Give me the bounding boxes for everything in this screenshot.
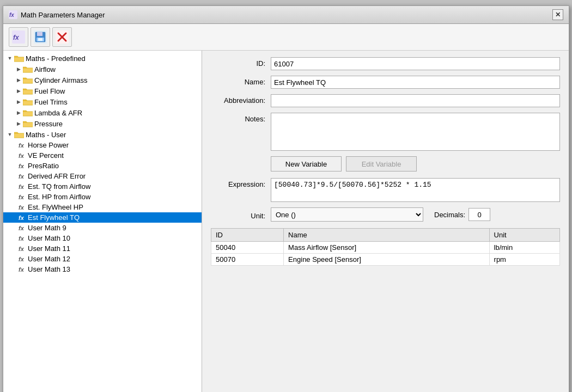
tree-item-cylinder-airmass[interactable]: ▶ Cylinder Airmass bbox=[3, 75, 202, 85]
save-icon bbox=[34, 30, 47, 44]
col-header-id: ID bbox=[211, 229, 284, 242]
table-row[interactable]: 50070Engine Speed [Sensor]rpm bbox=[211, 254, 560, 266]
tree-item-derived-afr[interactable]: fx Derived AFR Error bbox=[3, 171, 202, 181]
user-root-label: Maths - User bbox=[26, 131, 66, 139]
fx-user-math-13-icon: fx bbox=[16, 266, 26, 273]
ve-percent-label: VE Percent bbox=[28, 151, 64, 160]
table-header-row: ID Name Unit bbox=[211, 229, 560, 242]
airflow-label: Airflow bbox=[34, 65, 56, 74]
folder-airflow-icon bbox=[23, 65, 33, 73]
decimals-input[interactable] bbox=[468, 208, 490, 221]
folder-pressure-icon bbox=[23, 120, 33, 127]
decimals-label: Decimals: bbox=[434, 211, 465, 219]
cell-name: Engine Speed [Sensor] bbox=[284, 254, 489, 266]
fx-user-math-12-icon: fx bbox=[16, 255, 26, 263]
user-math-12-label: User Math 12 bbox=[28, 255, 70, 263]
tree-item-ve-percent[interactable]: fx VE Percent bbox=[3, 150, 202, 161]
folder-lambda-icon bbox=[23, 109, 33, 117]
tree-item-fuel-flow[interactable]: ▶ Fuel Flow bbox=[3, 85, 202, 96]
folder-predefined-icon bbox=[14, 54, 24, 62]
fx-user-math-10-icon: fx bbox=[16, 235, 26, 242]
tree-item-user-root[interactable]: ▼ Maths - User bbox=[3, 129, 202, 140]
user-math-9-label: User Math 9 bbox=[28, 224, 66, 232]
save-button[interactable] bbox=[31, 27, 50, 47]
fx-est-flywheel-hp-icon: fx bbox=[16, 204, 26, 211]
tree-panel: ▼ Maths - Predefined ▶ Airflow ▶ bbox=[3, 51, 202, 392]
est-flywheel-hp-label: Est. FlyWheel HP bbox=[28, 203, 83, 211]
expression-row: Expression: [50040.73]*9.5/[50070.56]*52… bbox=[211, 178, 560, 202]
tree-item-predefined-root[interactable]: ▼ Maths - Predefined bbox=[3, 53, 202, 64]
pressure-label: Pressure bbox=[34, 120, 63, 128]
id-row: ID: bbox=[211, 57, 560, 70]
folder-fueltrims-icon bbox=[23, 98, 33, 106]
new-math-button[interactable]: fx bbox=[9, 27, 28, 47]
fx-pres-ratio-icon: fx bbox=[16, 162, 26, 170]
tree-item-est-flywheel-hp[interactable]: fx Est. FlyWheel HP bbox=[3, 202, 202, 212]
edit-variable-button[interactable]: Edit Variable bbox=[346, 156, 417, 171]
notes-textarea[interactable] bbox=[271, 113, 560, 151]
tree-item-est-tq-airflow[interactable]: fx Est. TQ from Airflow bbox=[3, 181, 202, 192]
tree-item-lambda-afr[interactable]: ▶ Lambda & AFR bbox=[3, 107, 202, 118]
expand-airflow-icon: ▶ bbox=[14, 65, 23, 74]
folder-fuelflow-icon bbox=[23, 87, 33, 95]
svg-text:fx: fx bbox=[9, 12, 14, 18]
fx-est-hp-airflow-icon: fx bbox=[16, 193, 26, 201]
tree-item-user-math-10[interactable]: fx User Math 10 bbox=[3, 233, 202, 243]
toolbar: fx bbox=[3, 24, 569, 51]
user-math-11-label: User Math 11 bbox=[28, 244, 70, 253]
name-input[interactable] bbox=[271, 76, 560, 89]
fx-derived-afr-icon: fx bbox=[16, 173, 26, 180]
delete-button[interactable] bbox=[52, 27, 72, 47]
id-input[interactable] bbox=[271, 57, 560, 70]
expand-pressure-icon: ▶ bbox=[14, 119, 23, 128]
est-tq-airflow-label: Est. TQ from Airflow bbox=[28, 182, 90, 191]
svg-rect-6 bbox=[37, 32, 42, 36]
notes-label: Notes: bbox=[211, 113, 271, 123]
est-flywheel-tq-label: Est Flywheel TQ bbox=[28, 213, 80, 222]
tree-item-est-hp-airflow[interactable]: fx Est. HP from Airflow bbox=[3, 192, 202, 202]
tree-item-est-flywheel-tq[interactable]: fx Est Flywheel TQ bbox=[3, 212, 202, 223]
tree-item-horse-power[interactable]: fx Horse Power bbox=[3, 140, 202, 150]
form-panel: ID: Name: Abbreviation: Notes: New Varia… bbox=[202, 51, 569, 392]
expand-fuelflow-icon: ▶ bbox=[14, 87, 23, 95]
cell-id: 50070 bbox=[211, 254, 284, 266]
predefined-root-label: Maths - Predefined bbox=[26, 54, 86, 63]
tree-item-fuel-trims[interactable]: ▶ Fuel Trims bbox=[3, 96, 202, 107]
abbreviation-input[interactable] bbox=[271, 94, 560, 107]
abbreviation-label: Abbreviation: bbox=[211, 94, 271, 105]
table-row[interactable]: 50040Mass Airflow [Sensor]lb/min bbox=[211, 242, 560, 254]
lambda-afr-label: Lambda & AFR bbox=[34, 109, 82, 117]
cell-unit: rpm bbox=[489, 254, 559, 266]
fx-horse-power-icon: fx bbox=[16, 142, 26, 149]
fx-user-math-11-icon: fx bbox=[16, 245, 26, 253]
expand-cylinder-icon: ▶ bbox=[14, 76, 23, 84]
tree-item-user-math-13[interactable]: fx User Math 13 bbox=[3, 264, 202, 274]
fx-est-tq-airflow-icon: fx bbox=[16, 183, 26, 191]
tree-item-user-math-11[interactable]: fx User Math 11 bbox=[3, 243, 202, 254]
fx-new-icon: fx bbox=[12, 30, 25, 44]
main-content: ▼ Maths - Predefined ▶ Airflow ▶ bbox=[3, 51, 569, 392]
col-header-name: Name bbox=[284, 229, 489, 242]
fuel-flow-label: Fuel Flow bbox=[34, 87, 65, 95]
tree-item-pressure[interactable]: ▶ Pressure bbox=[3, 118, 202, 129]
window-title: Math Parameters Manager bbox=[21, 11, 105, 19]
col-header-unit: Unit bbox=[489, 229, 559, 242]
tree-item-user-math-12[interactable]: fx User Math 12 bbox=[3, 254, 202, 264]
svg-rect-8 bbox=[38, 38, 42, 41]
expand-fueltrims-icon: ▶ bbox=[14, 97, 23, 106]
unit-row: Unit: One () rpm lb/min deg Decimals: bbox=[211, 207, 560, 222]
expand-user-icon: ▼ bbox=[5, 130, 14, 139]
new-variable-button[interactable]: New Variable bbox=[271, 156, 342, 171]
abbreviation-row: Abbreviation: bbox=[211, 94, 560, 107]
tree-item-pres-ratio[interactable]: fx PresRatio bbox=[3, 161, 202, 171]
tree-item-airflow[interactable]: ▶ Airflow bbox=[3, 64, 202, 75]
notes-row: Notes: bbox=[211, 113, 560, 151]
delete-icon bbox=[56, 30, 69, 44]
close-button[interactable]: ✕ bbox=[552, 9, 563, 20]
name-row: Name: bbox=[211, 76, 560, 89]
fx-user-math-9-icon: fx bbox=[16, 224, 26, 232]
folder-user-icon bbox=[14, 131, 24, 138]
unit-select[interactable]: One () rpm lb/min deg bbox=[271, 207, 423, 222]
expression-textarea[interactable]: [50040.73]*9.5/[50070.56]*5252 * 1.15 bbox=[271, 178, 560, 202]
tree-item-user-math-9[interactable]: fx User Math 9 bbox=[3, 223, 202, 233]
